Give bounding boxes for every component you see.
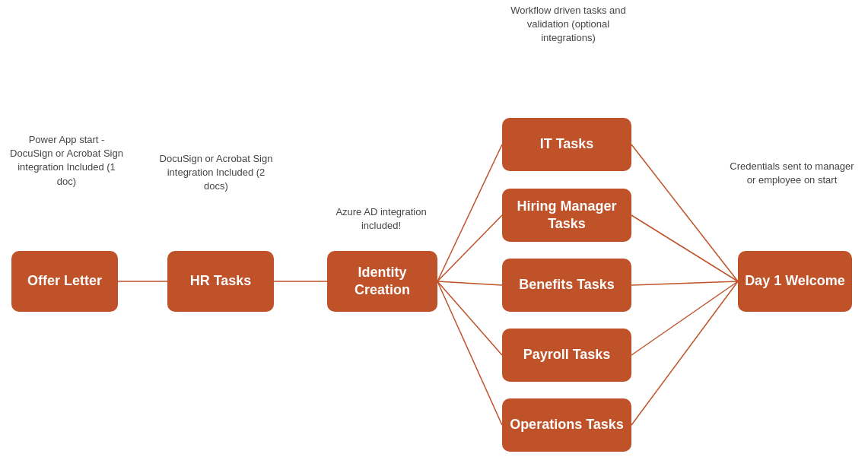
svg-line-5 bbox=[437, 281, 502, 355]
payroll-tasks-label: Payroll Tasks bbox=[523, 346, 611, 363]
identity-creation-label: Identity Creation bbox=[333, 264, 431, 300]
hiring-manager-tasks-box: Hiring Manager Tasks bbox=[502, 189, 631, 242]
it-tasks-label: IT Tasks bbox=[540, 135, 594, 153]
it-tasks-box: IT Tasks bbox=[502, 118, 631, 171]
svg-line-8 bbox=[631, 215, 738, 281]
day1-welcome-box: Day 1 Welcome bbox=[738, 251, 852, 312]
annotation-hr: DocuSign or Acrobat Sign integration Inc… bbox=[156, 152, 276, 194]
arrows-svg bbox=[0, 0, 868, 473]
svg-line-6 bbox=[437, 281, 502, 425]
svg-line-3 bbox=[437, 215, 502, 281]
day1-welcome-label: Day 1 Welcome bbox=[745, 272, 845, 290]
annotation-offer: Power App start - DocuSign or Acrobat Si… bbox=[8, 133, 126, 189]
benefits-tasks-box: Benefits Tasks bbox=[502, 259, 631, 312]
offer-letter-label: Offer Letter bbox=[27, 272, 102, 290]
svg-line-11 bbox=[631, 281, 738, 425]
svg-line-10 bbox=[631, 281, 738, 355]
annotation-identity: Azure AD integration included! bbox=[329, 205, 434, 233]
operations-tasks-label: Operations Tasks bbox=[510, 416, 624, 433]
diagram-container: Offer Letter HR Tasks Identity Creation … bbox=[0, 0, 868, 473]
identity-creation-box: Identity Creation bbox=[327, 251, 437, 312]
svg-line-4 bbox=[437, 281, 502, 285]
svg-line-7 bbox=[631, 144, 738, 281]
hr-tasks-label: HR Tasks bbox=[190, 272, 252, 290]
hr-tasks-box: HR Tasks bbox=[167, 251, 274, 312]
payroll-tasks-box: Payroll Tasks bbox=[502, 329, 631, 382]
svg-line-9 bbox=[631, 281, 738, 285]
hiring-manager-tasks-label: Hiring Manager Tasks bbox=[508, 198, 625, 233]
annotation-workflow: Workflow driven tasks and validation (op… bbox=[501, 4, 636, 46]
svg-line-2 bbox=[437, 144, 502, 281]
operations-tasks-box: Operations Tasks bbox=[502, 398, 631, 452]
benefits-tasks-label: Benefits Tasks bbox=[519, 276, 615, 294]
offer-letter-box: Offer Letter bbox=[11, 251, 118, 312]
annotation-credentials: Credentials sent to manager or employee … bbox=[727, 160, 857, 187]
